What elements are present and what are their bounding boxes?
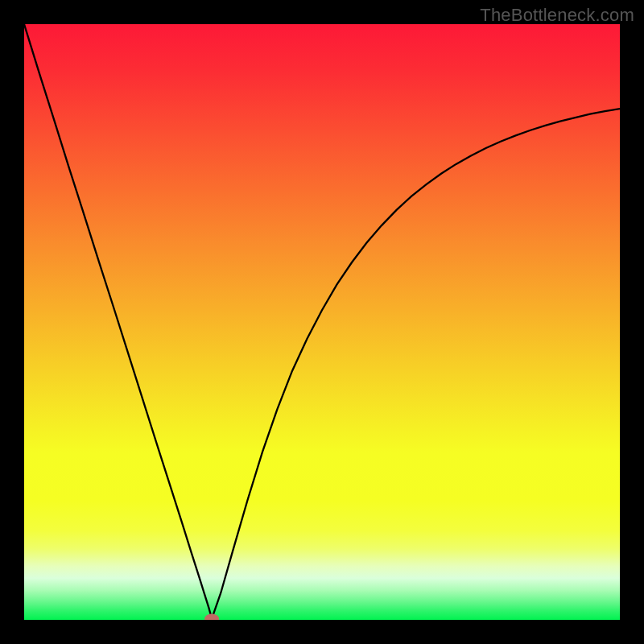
plot-area bbox=[24, 24, 620, 620]
watermark-text: TheBottleneck.com bbox=[480, 5, 634, 26]
plot-svg bbox=[24, 24, 620, 620]
chart-frame: TheBottleneck.com bbox=[0, 0, 644, 644]
gradient-background bbox=[24, 24, 620, 620]
